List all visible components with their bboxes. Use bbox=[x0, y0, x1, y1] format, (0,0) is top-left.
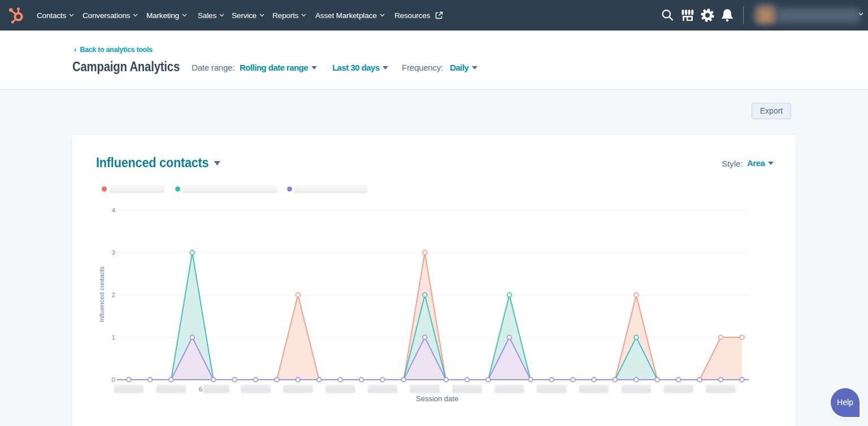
svg-text:0: 0 bbox=[112, 376, 115, 383]
svg-text:Influenced contacts: Influenced contacts bbox=[98, 266, 105, 322]
svg-text:1: 1 bbox=[112, 334, 115, 341]
svg-text:4: 4 bbox=[112, 207, 116, 214]
svg-text:6: 6 bbox=[199, 386, 202, 393]
svg-text:2: 2 bbox=[112, 292, 115, 298]
svg-text:3: 3 bbox=[112, 249, 115, 256]
